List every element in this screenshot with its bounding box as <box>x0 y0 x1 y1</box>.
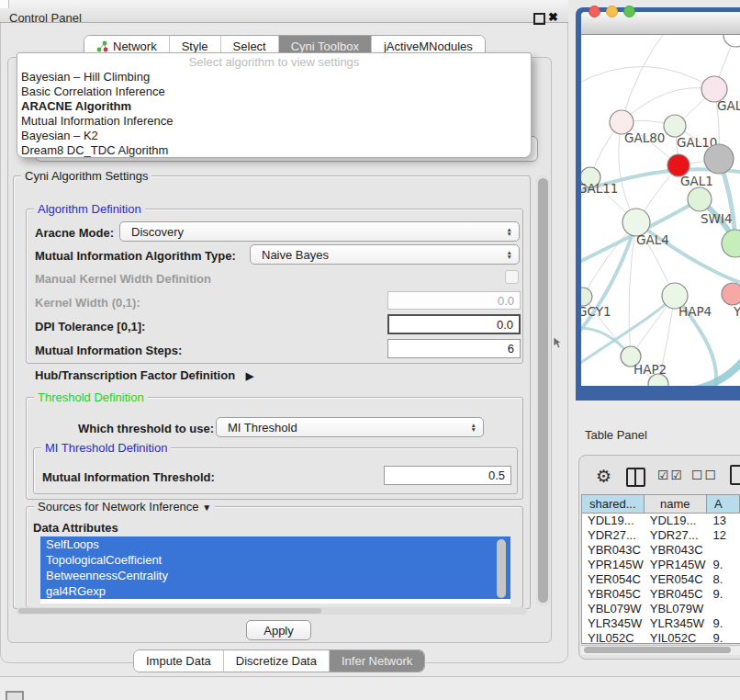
dropdown-item-mutual-information-inference[interactable]: Mutual Information Inference <box>17 114 531 129</box>
table-panel-title: Table Panel <box>585 428 647 442</box>
table-cell[interactable]: YPR145W <box>582 558 645 572</box>
attribute-item-gal4rgexp[interactable]: gal4RGexp <box>40 583 510 599</box>
table-row[interactable]: YDR27...YDR27...12 <box>582 528 740 543</box>
network-node[interactable] <box>723 35 740 47</box>
settings-hscrollbar[interactable] <box>17 607 527 615</box>
table-cell[interactable]: YBR045C <box>645 587 708 602</box>
table-cell[interactable]: YIL052C <box>582 631 645 644</box>
dropdown-item-dream8-dc-tdc-algorithm[interactable]: Dream8 DC_TDC Algorithm <box>17 143 531 158</box>
apply-button[interactable]: Apply <box>246 620 311 640</box>
dropdown-item-basic-correlation-inference[interactable]: Basic Correlation Inference <box>17 85 531 99</box>
table-cell[interactable]: YIL052C <box>645 631 708 644</box>
table-cell[interactable]: 8. <box>707 572 740 587</box>
network-edge <box>581 66 714 89</box>
table-cell[interactable]: YLR345W <box>645 616 708 631</box>
manual-kernel-checkbox[interactable] <box>505 270 519 284</box>
attribute-item-topologicalcoefficient[interactable]: TopologicalCoefficient <box>40 552 510 568</box>
table-cell[interactable]: 12 <box>707 528 740 543</box>
table-row[interactable]: YER054CYER054C8. <box>582 572 740 587</box>
dropdown-item-aracne-algorithm[interactable]: ARACNE Algorithm <box>17 99 531 114</box>
network-node[interactable] <box>722 230 740 257</box>
table-cell[interactable]: YDL19... <box>582 514 645 528</box>
sources-toggle[interactable]: Sources for Network Inference ▼ <box>34 500 215 514</box>
table-cell[interactable]: 9. <box>707 631 740 644</box>
column-header-a[interactable]: A <box>707 495 740 514</box>
table-cell[interactable]: YER054C <box>645 572 708 587</box>
settings-hscroll-thumb[interactable] <box>18 608 321 614</box>
cyni-settings-title: Cyni Algorithm Settings <box>21 169 151 183</box>
table-hscrollbar[interactable] <box>581 645 740 655</box>
table-cell[interactable]: YBL079W <box>645 602 708 616</box>
table-hscroll-thumb[interactable] <box>584 647 731 653</box>
table-cell[interactable]: 13 <box>707 514 740 528</box>
zoom-traffic-light[interactable] <box>623 6 635 17</box>
tab-cyni-toolbox-label: Cyni Toolbox <box>291 40 359 53</box>
network-node-swi4[interactable] <box>688 187 712 211</box>
network-window-titlebar[interactable] <box>581 12 740 35</box>
float-window-icon[interactable] <box>533 13 545 25</box>
mi-steps-field[interactable]: 6 <box>387 339 521 358</box>
table-cell[interactable]: YLR345W <box>582 616 645 631</box>
table-cell[interactable]: YBL079W <box>582 602 645 616</box>
hub-section-toggle[interactable]: Hub/Transcription Factor Definition ▶ <box>35 368 253 382</box>
export-table-icon[interactable] <box>730 465 740 485</box>
attribute-item-betweennesscentrality[interactable]: BetweennessCentrality <box>40 568 510 583</box>
network-node[interactable] <box>704 144 734 174</box>
mi-threshold-field[interactable]: 0.5 <box>384 466 511 485</box>
settings-vscroll-thumb[interactable] <box>538 178 548 603</box>
table-cell[interactable]: YBR045C <box>582 587 645 602</box>
kernel-width-field[interactable]: 0.0 <box>387 291 521 310</box>
table-cell[interactable]: 9. <box>707 616 740 631</box>
table-row[interactable]: YLR345WYLR345W9. <box>582 616 740 631</box>
algorithm-dropdown-popup: Select algorithm to view settings Bayesi… <box>17 52 532 158</box>
dropdown-item-bayesian-hill-climbing[interactable]: Bayesian – Hill Climbing <box>17 70 531 85</box>
table-cell[interactable]: 9. <box>707 558 740 572</box>
column-header-shared[interactable]: shared... <box>582 495 645 514</box>
algorithm-definition-title: Algorithm Definition <box>34 202 145 216</box>
table-cell[interactable]: YDR27... <box>645 528 708 543</box>
table-cell[interactable]: 9. <box>707 587 740 602</box>
settings-vscrollbar[interactable] <box>536 175 550 606</box>
network-canvas[interactable]: GALGAL80GAL10GAL1SWI4GAL11GAL4GCY1HAP4YH… <box>581 35 740 386</box>
aracne-mode-combo[interactable]: Discovery ▲▼ <box>119 221 520 242</box>
screen: Control Panel ✖ NetworkStyleSelectCyni T… <box>0 0 740 700</box>
network-node-gcy1[interactable] <box>581 288 592 306</box>
table-row[interactable]: YBR045CYBR045C9. <box>582 587 740 602</box>
cyni-tab-infer-network[interactable]: Infer Network <box>330 650 424 672</box>
gear-icon[interactable]: ⚙ <box>596 466 611 487</box>
table-cell[interactable] <box>707 602 740 616</box>
control-panel-titlebar[interactable] <box>0 0 568 23</box>
clear-checkboxes-icon[interactable]: ☐☐ <box>691 468 718 482</box>
table-row[interactable]: YBR043CYBR043C <box>582 543 740 558</box>
select-all-checkboxes-icon[interactable]: ☑☑ <box>657 468 684 482</box>
dpi-tolerance-field[interactable]: 0.0 <box>387 314 521 334</box>
cyni-tab-discretize-data[interactable]: Discretize Data <box>224 650 330 672</box>
attr-list-scroll-thumb[interactable] <box>497 539 506 598</box>
table-cell[interactable]: YPR145W <box>645 558 708 572</box>
collapse-down-icon: ▼ <box>202 502 211 513</box>
table-cell[interactable]: YER054C <box>582 572 645 587</box>
attribute-item-selfloops[interactable]: SelfLoops <box>40 536 510 552</box>
table-row[interactable]: YBL079WYBL079W <box>582 602 740 616</box>
network-node-y[interactable] <box>722 283 740 305</box>
column-header-name[interactable]: name <box>645 495 707 514</box>
cyni-tab-impute-data[interactable]: Impute Data <box>134 650 224 672</box>
table-cell[interactable]: YBR043C <box>582 543 645 558</box>
dropdown-item-bayesian-k2[interactable]: Bayesian – K2 <box>17 129 531 143</box>
table-cell[interactable]: YBR043C <box>645 543 708 558</box>
close-icon[interactable]: ✖ <box>548 10 558 24</box>
table-cell[interactable] <box>707 543 740 558</box>
which-threshold-combo[interactable]: MI Threshold ▲▼ <box>216 417 484 437</box>
table-cell[interactable]: YDL19... <box>645 514 708 528</box>
mi-type-combo[interactable]: Naive Bayes ▲▼ <box>250 244 520 265</box>
table-row[interactable]: YDL19...YDL19...13 <box>582 514 740 528</box>
minimize-traffic-light[interactable] <box>606 6 618 17</box>
table-row[interactable]: YPR145WYPR145W9. <box>582 558 740 572</box>
network-node-gal10[interactable] <box>664 115 686 137</box>
close-traffic-light[interactable] <box>589 6 600 17</box>
table-cell[interactable]: YDR27... <box>582 528 645 543</box>
table-row[interactable]: YIL052CYIL052C9. <box>582 631 740 644</box>
show-columns-icon[interactable] <box>626 468 645 487</box>
partial-corner-button[interactable] <box>6 691 24 700</box>
aracne-mode-label: Aracne Mode: <box>35 226 114 240</box>
